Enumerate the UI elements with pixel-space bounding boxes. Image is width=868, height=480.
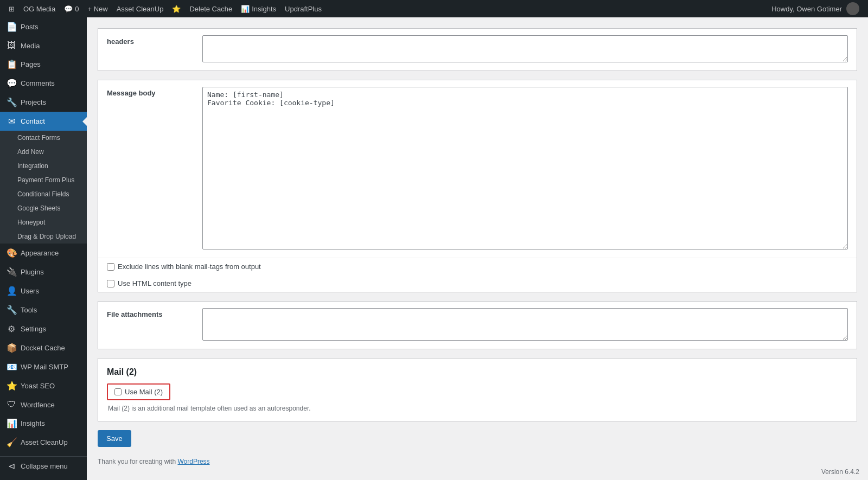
sidebar-submenu-integration[interactable]: Integration (0, 159, 87, 173)
use-html-checkbox[interactable] (107, 280, 114, 287)
projects-icon: 🔧 (7, 97, 16, 107)
message-body-textarea[interactable] (202, 87, 848, 249)
insights-bar-icon: 📊 (241, 5, 250, 13)
sidebar-item-yoast-seo[interactable]: ⭐ Yoast SEO (0, 376, 87, 395)
file-attachments-textarea[interactable] (202, 308, 848, 341)
contact-arrow (82, 117, 87, 126)
wordpress-link[interactable]: WordPress (177, 458, 209, 465)
sidebar-submenu-honeypot[interactable]: Honeypot (0, 215, 87, 229)
sidebar-item-wp-mail-smtp[interactable]: 📧 WP Mail SMTP (0, 357, 87, 376)
sidebar-label-insights: Insights (21, 419, 45, 427)
footer-text: Thank you for creating with WordPress (98, 458, 857, 465)
contact-icon: ✉ (7, 116, 16, 126)
headers-row: headers (98, 29, 857, 71)
sidebar-label-comments: Comments (21, 79, 55, 87)
sidebar-item-contact[interactable]: ✉ Contact (0, 112, 87, 131)
docket-icon: 📦 (7, 343, 16, 353)
appearance-icon: 🎨 (7, 248, 16, 258)
sidebar-label-settings: Settings (21, 325, 46, 333)
file-attachments-row: File attachments (98, 302, 857, 349)
adminbar-asset-cleanup[interactable]: Asset CleanUp (112, 0, 168, 17)
sidebar-label-users: Users (21, 287, 39, 295)
wp-logo-icon: ⊞ (9, 5, 15, 13)
sidebar-item-wordfence[interactable]: 🛡 Wordfence (0, 395, 87, 414)
media-icon: 🖼 (7, 41, 16, 50)
sidebar: 📄 Posts 🖼 Media 📋 Pages 💬 Comments 🔧 Pro… (0, 17, 87, 480)
adminbar-delete-cache[interactable]: Delete Cache (185, 0, 237, 17)
tools-icon: 🔧 (7, 305, 16, 315)
sidebar-item-pages[interactable]: 📋 Pages (0, 55, 87, 74)
collapse-label: Collapse menu (21, 462, 68, 470)
headers-section: headers (98, 28, 857, 71)
message-body-section: Message body Exclude lines with blank ma… (98, 80, 857, 292)
adminbar-site[interactable]: OG Media (19, 0, 60, 17)
use-mail2-checkbox[interactable] (114, 388, 122, 395)
sidebar-submenu-conditional[interactable]: Conditional Fields (0, 187, 87, 201)
wordfence-icon: 🛡 (7, 400, 16, 409)
updraftplus-label: UpdraftPlus (285, 5, 322, 13)
sidebar-item-settings[interactable]: ⚙ Settings (0, 319, 87, 338)
file-attachments-label: File attachments (107, 308, 194, 342)
sidebar-submenu-contact-forms[interactable]: Contact Forms (0, 131, 87, 145)
sidebar-collapse-button[interactable]: ⊲ Collapse menu (0, 456, 87, 476)
adminbar-new[interactable]: + New (83, 0, 112, 17)
headers-textarea[interactable] (202, 35, 848, 62)
sidebar-item-appearance[interactable]: 🎨 Appearance (0, 244, 87, 263)
sidebar-label-smtp: WP Mail SMTP (21, 363, 68, 371)
mail2-checkbox-wrapper: Use Mail (2) (107, 383, 170, 400)
sidebar-submenu-payment[interactable]: Payment Form Plus (0, 173, 87, 187)
sidebar-label-pages: Pages (21, 60, 41, 68)
sidebar-label-docket: Docket Cache (21, 344, 65, 352)
sidebar-item-asset-cleanup[interactable]: 🧹 Asset CleanUp (0, 433, 87, 452)
adminbar-user[interactable]: Howdy, Owen Gotimer (767, 2, 864, 15)
yoast-sidebar-icon: ⭐ (7, 381, 16, 391)
sidebar-submenu-google-sheets[interactable]: Google Sheets (0, 201, 87, 215)
file-attachments-field (202, 308, 848, 342)
mail2-desc: Mail (2) is an additional mail template … (108, 405, 848, 412)
sidebar-label-asset-cleanup: Asset CleanUp (21, 438, 68, 446)
sidebar-item-projects[interactable]: 🔧 Projects (0, 93, 87, 112)
sidebar-label-appearance: Appearance (21, 249, 59, 257)
sidebar-item-posts[interactable]: 📄 Posts (0, 17, 87, 36)
message-body-row: Message body (98, 80, 857, 258)
adminbar-logo[interactable]: ⊞ (4, 0, 19, 17)
sidebar-label-plugins: Plugins (21, 268, 44, 276)
users-icon: 👤 (7, 286, 16, 296)
user-avatar (846, 2, 859, 15)
use-html-row: Use HTML content type (98, 275, 857, 292)
version-text: Version 6.4.2 (821, 468, 859, 476)
asset-cleanup-label: Asset CleanUp (117, 5, 164, 13)
sidebar-item-comments[interactable]: 💬 Comments (0, 74, 87, 93)
adminbar-comments[interactable]: 💬 0 (60, 0, 83, 17)
sidebar-item-users[interactable]: 👤 Users (0, 281, 87, 300)
adminbar-yoast[interactable]: ⭐ (168, 0, 185, 17)
main-content: headers Message body Exclude lines with … (87, 17, 868, 480)
use-html-label: Use HTML content type (118, 279, 192, 287)
exclude-blank-row: Exclude lines with blank mail-tags from … (98, 258, 857, 275)
sidebar-item-docket-cache[interactable]: 📦 Docket Cache (0, 338, 87, 357)
sidebar-item-media[interactable]: 🖼 Media (0, 36, 87, 55)
yoast-icon: ⭐ (172, 5, 181, 13)
save-button[interactable]: Save (98, 430, 131, 447)
sidebar-label-tools: Tools (21, 306, 37, 314)
sidebar-item-insights[interactable]: 📊 Insights (0, 414, 87, 433)
collapse-icon: ⊲ (7, 461, 16, 471)
comment-count: 0 (75, 5, 79, 13)
insights-label: Insights (252, 5, 276, 13)
contact-submenu: Contact Forms Add New Integration Paymen… (0, 131, 87, 244)
sidebar-label-media: Media (21, 42, 40, 50)
howdy-text: Howdy, Owen Gotimer (771, 5, 842, 13)
thank-you-text: Thank you for creating with (98, 458, 176, 465)
headers-field (202, 35, 848, 64)
admin-bar: ⊞ OG Media 💬 0 + New Asset CleanUp ⭐ Del… (0, 0, 868, 17)
adminbar-insights[interactable]: 📊 Insights (237, 0, 280, 17)
sidebar-submenu-add-new[interactable]: Add New (0, 145, 87, 159)
sidebar-label-projects: Projects (21, 98, 46, 106)
adminbar-updraftplus[interactable]: UpdraftPlus (280, 0, 326, 17)
sidebar-label-contact: Contact (21, 117, 45, 125)
exclude-blank-checkbox[interactable] (107, 263, 114, 271)
sidebar-item-plugins[interactable]: 🔌 Plugins (0, 263, 87, 281)
sidebar-item-tools[interactable]: 🔧 Tools (0, 300, 87, 319)
sidebar-submenu-drag-drop[interactable]: Drag & Drop Upload (0, 229, 87, 244)
headers-label: headers (107, 35, 194, 64)
